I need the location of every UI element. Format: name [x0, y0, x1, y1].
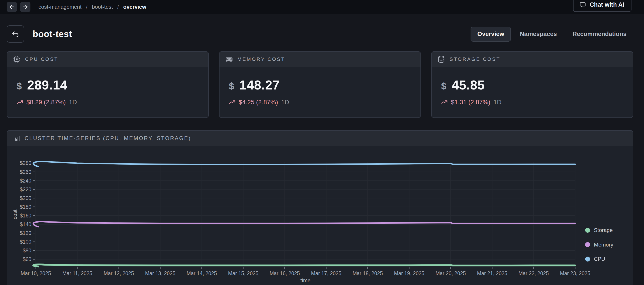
x-tick-label: Mar 15, 2025: [228, 270, 258, 276]
arrow-left-icon: [8, 4, 15, 10]
chat-with-ai-label: Chat with AI: [590, 1, 624, 8]
cpu-cost-card-header: CPU COST: [7, 52, 208, 67]
y-tick-label: $260: [20, 169, 31, 175]
y-tick-label: $180: [20, 204, 31, 210]
legend-label: CPU: [594, 256, 605, 262]
x-tick-label: Mar 16, 2025: [270, 270, 300, 276]
tab-recommendations[interactable]: Recommendations: [566, 26, 633, 42]
bar-chart-icon: [13, 135, 20, 142]
storage-icon: [438, 56, 445, 63]
legend-swatch: [585, 242, 590, 247]
legend-item-memory[interactable]: Memory: [585, 242, 613, 248]
cpu-cost-delta: $8.29 (2.87%): [26, 99, 66, 106]
chat-with-ai-button[interactable]: Chat with AI: [573, 0, 632, 12]
x-tick-label: Mar 13, 2025: [145, 270, 176, 276]
breadcrumb-item-overview: overview: [123, 4, 146, 10]
breadcrumb-separator: /: [86, 4, 88, 10]
storage-cost-delta: $1.31 (2.87%): [451, 99, 490, 106]
storage-cost-label: STORAGE COST: [450, 56, 500, 62]
undo-arrow-icon: [11, 30, 20, 38]
cluster-timeseries-plot: $60$80$100$120$140$160$180$200$220$240$2…: [7, 146, 633, 284]
currency-symbol: $: [229, 81, 234, 92]
memory-icon: [225, 56, 233, 63]
storage-cost-card: STORAGE COST $ 45.85 $1.31 (2.87%) 1D: [431, 51, 633, 118]
series-line-cpu: [33, 162, 575, 167]
cluster-timeseries-card: CLUSTER TIME-SERIES (CPU, MEMORY, STORAG…: [7, 130, 633, 285]
cpu-cost-body: $ 289.14 $8.29 (2.87%) 1D: [7, 67, 208, 118]
memory-cost-period: 1D: [281, 99, 289, 106]
tab-namespaces[interactable]: Namespaces: [513, 26, 564, 42]
cpu-cost-period: 1D: [69, 99, 77, 106]
x-tick-label: Mar 18, 2025: [352, 270, 383, 276]
storage-cost-value: 45.85: [452, 78, 485, 92]
legend-item-cpu[interactable]: CPU: [585, 256, 605, 262]
x-tick-label: Mar 21, 2025: [477, 270, 508, 276]
y-tick-label: $100: [20, 239, 31, 245]
breadcrumb: cost-management / boot-test / overview: [38, 4, 146, 10]
chat-bubble-icon: [579, 2, 586, 8]
legend-label: Memory: [594, 242, 613, 248]
y-tick-label: $60: [23, 256, 31, 262]
y-tick-label: $280: [20, 160, 31, 166]
y-tick-label: $240: [20, 178, 31, 184]
y-tick-label: $120: [20, 230, 31, 236]
history-forward-button[interactable]: [20, 2, 30, 12]
breadcrumb-item-boot-test[interactable]: boot-test: [92, 4, 113, 10]
currency-symbol: $: [441, 81, 446, 92]
trending-up-icon: [16, 99, 23, 106]
x-tick-label: Mar 23, 2025: [560, 270, 590, 276]
arrow-right-icon: [22, 4, 29, 10]
legend-item-storage[interactable]: Storage: [585, 227, 613, 233]
legend-label: Storage: [594, 227, 613, 233]
cpu-cost-value: 289.14: [27, 78, 67, 92]
cluster-timeseries-title: CLUSTER TIME-SERIES (CPU, MEMORY, STORAG…: [24, 135, 191, 142]
breadcrumb-item-cost-management[interactable]: cost-management: [38, 4, 82, 10]
y-axis-title: cost: [12, 210, 18, 219]
breadcrumb-separator: /: [117, 4, 119, 10]
storage-cost-period: 1D: [494, 99, 502, 106]
x-tick-label: Mar 10, 2025: [20, 270, 51, 276]
history-back-button[interactable]: [7, 2, 17, 12]
y-tick-label: $220: [20, 186, 31, 192]
tab-overview[interactable]: Overview: [470, 26, 511, 42]
x-tick-label: Mar 20, 2025: [436, 270, 466, 276]
x-tick-label: Mar 17, 2025: [311, 270, 342, 276]
return-button[interactable]: [7, 25, 24, 43]
page-header: boot-test Overview Namespaces Recommenda…: [7, 25, 633, 43]
y-tick-label: $140: [20, 222, 31, 227]
memory-cost-card: MEMORY COST $ 148.27 $4.25 (2.87%) 1D: [219, 51, 421, 118]
currency-symbol: $: [16, 81, 22, 92]
trending-up-icon: [229, 99, 236, 106]
storage-cost-body: $ 45.85 $1.31 (2.87%) 1D: [432, 67, 633, 118]
legend-swatch: [585, 256, 590, 262]
series-line-storage: [33, 264, 575, 266]
x-tick-label: Mar 14, 2025: [186, 270, 217, 276]
x-tick-label: Mar 11, 2025: [62, 270, 92, 276]
y-tick-label: $80: [23, 248, 31, 254]
topbar: cost-management / boot-test / overview C…: [0, 0, 644, 14]
x-tick-label: Mar 19, 2025: [394, 270, 424, 276]
summary-cards: CPU COST $ 289.14 $8.29 (2.87%) 1D: [7, 51, 633, 118]
storage-cost-card-header: STORAGE COST: [432, 52, 633, 67]
memory-cost-body: $ 148.27 $4.25 (2.87%) 1D: [220, 67, 421, 118]
memory-cost-label: MEMORY COST: [238, 56, 285, 62]
x-tick-label: Mar 22, 2025: [518, 270, 549, 276]
cluster-timeseries-header: CLUSTER TIME-SERIES (CPU, MEMORY, STORAG…: [7, 131, 633, 146]
chart-canvas: $60$80$100$120$140$160$180$200$220$240$2…: [7, 146, 633, 284]
memory-cost-value: 148.27: [240, 78, 280, 92]
tab-bar: Overview Namespaces Recommendations: [470, 26, 633, 42]
trending-up-icon: [441, 99, 448, 106]
y-tick-label: $200: [20, 195, 31, 201]
page-title: boot-test: [33, 29, 72, 39]
x-axis-title: time: [300, 278, 310, 284]
x-tick-label: Mar 12, 2025: [104, 270, 134, 276]
y-tick-label: $160: [20, 213, 31, 218]
cpu-icon: [13, 56, 20, 63]
cpu-cost-label: CPU COST: [25, 56, 58, 62]
main-content: boot-test Overview Namespaces Recommenda…: [0, 25, 644, 285]
cpu-cost-card: CPU COST $ 289.14 $8.29 (2.87%) 1D: [7, 51, 209, 118]
legend-swatch: [585, 228, 590, 233]
memory-cost-card-header: MEMORY COST: [220, 52, 421, 67]
memory-cost-delta: $4.25 (2.87%): [239, 99, 278, 106]
